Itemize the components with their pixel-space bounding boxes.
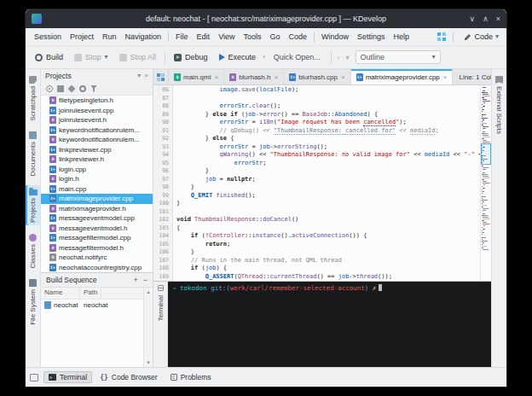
gear-icon[interactable] [79, 85, 86, 92]
close-tab-icon[interactable]: × [274, 73, 278, 81]
tree-item[interactable]: C+linkpreviewer.cpp [41, 145, 153, 155]
menu-session[interactable]: Session [30, 31, 66, 43]
stop-button[interactable]: Stop ▾ [70, 50, 113, 64]
tree-item[interactable]: C+joinrulesevent.cpp [41, 106, 153, 116]
tree-item[interactable]: C+login.cpp [41, 165, 153, 175]
tree-item[interactable]: Hjoinrulesevent.h [41, 115, 153, 125]
panel-close-icon[interactable]: × [144, 72, 148, 79]
editor-tab-main-qml[interactable]: Qmain.qml× [169, 69, 224, 84]
tree-item[interactable]: Hlogin.h [41, 174, 153, 184]
menu-window[interactable]: Window [317, 31, 353, 43]
star-icon[interactable] [67, 84, 75, 92]
dock-tab-scratchpad[interactable]: Scratchpad [26, 73, 40, 123]
dock-tab-external-scripts[interactable]: External Scripts [492, 73, 506, 137]
statusbar-problems-button[interactable]: ≡Problems [165, 371, 217, 383]
stop-all-button[interactable]: Stop All [115, 50, 161, 64]
nav-dropdown-icon[interactable]: ▾ [344, 53, 351, 62]
dock-tab-projects[interactable]: Projects [26, 185, 40, 225]
tree-item[interactable]: Hmessagefiltermodel.h [41, 243, 153, 253]
build-sequence-row[interactable]: neochatneochat [41, 300, 143, 311]
statusbar-terminal-button[interactable]: >Terminal [43, 371, 92, 383]
tree-item[interactable]: C+neochataccountregistry.cpp [41, 263, 153, 273]
tree-item[interactable]: Hmessageeventmodel.h [41, 224, 153, 234]
editor-tab-blurhash-h[interactable]: Hblurhash.h× [224, 69, 284, 84]
column-header-name[interactable]: Name [41, 288, 80, 299]
tree-item[interactable]: Hlinkpreviewer.h [41, 154, 153, 165]
build-target-icon[interactable] [57, 85, 64, 92]
menu-go[interactable]: Go [266, 31, 285, 43]
scroll-up-icon[interactable]: ▴ [147, 288, 150, 295]
tree-item[interactable]: C+main.cpp [41, 184, 153, 195]
panel-menu-icon[interactable]: ▾ [137, 72, 141, 79]
right-dock-strip: External Scripts [491, 69, 506, 367]
execute-button[interactable]: Execute [215, 50, 261, 64]
titlebar[interactable]: default: neochat - [ neochat:src/matrixi… [26, 9, 506, 28]
dock-toggle-icon[interactable] [30, 374, 38, 381]
close-icon[interactable]: × [496, 15, 500, 23]
close-tab-icon[interactable]: × [443, 73, 448, 81]
menu-help[interactable]: Help [390, 31, 414, 43]
line-number: 105 [153, 241, 172, 249]
code-pane[interactable]: image.save(localFile); errorStr.clear();… [173, 85, 480, 281]
terminal-vertical-label[interactable]: Terminal [157, 295, 165, 321]
line-number: 90 [153, 119, 172, 127]
code-editor[interactable]: 8687888990919293949596979899100101102103… [153, 85, 491, 281]
minimap-line [482, 249, 490, 250]
remove-icon[interactable]: − [143, 276, 147, 284]
menu-file[interactable]: File [171, 31, 193, 43]
outline-combobox[interactable]: Outline ▾ [356, 50, 441, 64]
tree-item[interactable]: Hfiletypesingleton.h [41, 96, 153, 106]
minimap-line [482, 188, 490, 189]
document-switcher[interactable] [153, 69, 169, 84]
menu-code[interactable]: Code [285, 31, 312, 43]
tree-item[interactable]: C+messagefiltermodel.cpp [41, 233, 153, 243]
minimap-line [482, 248, 490, 248]
tree-item[interactable]: C+messageeventmodel.cpp [41, 213, 153, 224]
menu-settings[interactable]: Settings [353, 31, 390, 43]
tree-item[interactable]: Hmatriximageprovider.h [41, 204, 153, 214]
minimize-icon[interactable]: ∨ [470, 15, 476, 23]
maximize-icon[interactable]: ∧ [483, 15, 489, 23]
scrollbar-minimap[interactable] [480, 85, 491, 281]
code-area-button[interactable]: Code ▾ [460, 32, 502, 42]
menu-view[interactable]: View [214, 31, 239, 43]
terminal-output[interactable]: → tokodon git:(work/carl/remember-select… [168, 282, 491, 367]
minimap-line [482, 150, 490, 151]
debug-button[interactable]: Debug [170, 50, 212, 64]
editor-tabs: Qmain.qml×Hblurhash.h×C+blurhash.cpp×C+m… [169, 69, 453, 84]
dock-tab-classes[interactable]: Classes [26, 231, 40, 271]
tree-item[interactable]: Hkeywordnotificationrulem... [41, 135, 153, 145]
area-grid-icon[interactable] [437, 32, 446, 41]
menu-project[interactable]: Project [66, 31, 98, 43]
tree-item[interactable]: C+matriximageprovider.cpp [41, 194, 153, 204]
toolbar-overflow-icon[interactable]: › [263, 54, 265, 61]
filter-icon[interactable] [90, 85, 97, 92]
close-tab-icon[interactable]: × [214, 73, 218, 81]
toolview-menu-icon[interactable] [158, 285, 164, 291]
column-header-path[interactable]: Path [80, 288, 101, 299]
line-number: 108 [153, 265, 172, 273]
locate-document-icon[interactable] [46, 85, 53, 92]
menu-navigation[interactable]: Navigation [121, 31, 166, 43]
tree-item[interactable]: C+keywordnotificationrulem... [41, 125, 153, 136]
prompt-segment: work/carl/remember-selected-account [230, 284, 365, 292]
statusbar-code-browser-button[interactable]: {}Code Browser [95, 371, 163, 383]
menu-run[interactable]: Run [98, 31, 121, 43]
quick-open-button[interactable]: Quick Open... [268, 50, 327, 64]
nav-back-icon[interactable]: ‹ [336, 53, 342, 62]
add-icon[interactable]: + [133, 276, 137, 284]
build-label: Build [46, 53, 63, 61]
scroll-down-icon[interactable]: ▾ [147, 359, 150, 366]
projects-icon [29, 189, 38, 195]
dock-tab-file-system[interactable]: File System [26, 277, 40, 328]
dock-tab-documents[interactable]: Documents [26, 129, 40, 178]
tree-item[interactable]: Nneochat.notifyrc [41, 253, 153, 263]
menu-tools[interactable]: Tools [239, 31, 265, 43]
editor-tab-matriximageprovider-cpp[interactable]: C+matriximageprovider.cpp× [351, 69, 454, 84]
build-button[interactable]: Build [31, 50, 67, 64]
editor-tab-blurhash-cpp[interactable]: C+blurhash.cpp× [284, 69, 350, 84]
prompt-segment: tokodon [180, 284, 207, 292]
build-sequence-scrollbar[interactable]: ▴ ▾ [143, 288, 153, 367]
close-tab-icon[interactable]: × [341, 73, 345, 81]
menu-edit[interactable]: Edit [193, 31, 215, 43]
